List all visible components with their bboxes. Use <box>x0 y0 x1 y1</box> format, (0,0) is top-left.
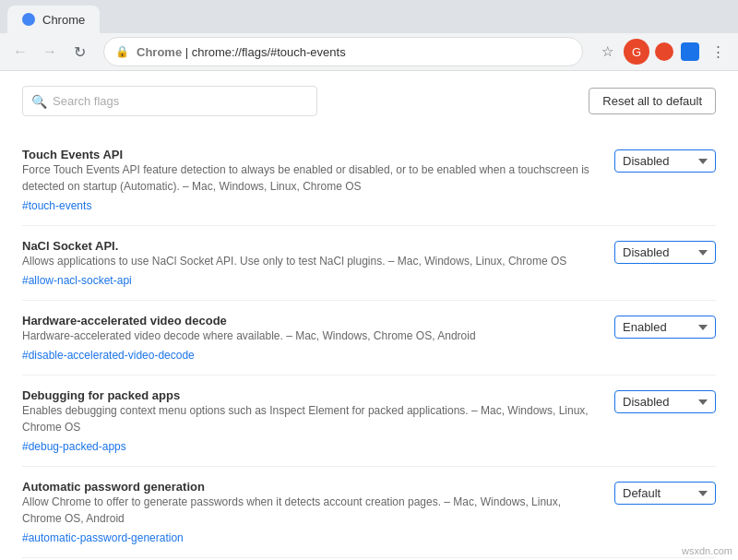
tab-bar: Chrome <box>0 0 738 33</box>
flags-header: 🔍 Reset all to default <box>22 86 716 116</box>
search-input[interactable] <box>22 86 317 116</box>
flag-title: Hardware-accelerated video decode <box>22 314 227 328</box>
flag-control: DefaultDisabledEnabled <box>614 316 716 339</box>
toolbar-right: ☆ G ⋮ <box>594 39 731 65</box>
reload-button[interactable]: ↻ <box>66 39 92 65</box>
flag-info: Touch Events API Force Touch Events API … <box>22 148 596 212</box>
flag-desc: Hardware-accelerated video decode where … <box>22 328 596 344</box>
lock-icon: 🔒 <box>115 45 129 58</box>
flag-control: DefaultDisabledEnabled <box>614 241 716 264</box>
extension2-icon[interactable] <box>681 42 699 61</box>
flag-item: Debugging for packed apps Enables debugg… <box>22 375 716 467</box>
address-text: Chrome | chrome://flags/#touch-events <box>137 45 571 59</box>
flag-control: DefaultDisabledEnabled <box>614 482 716 505</box>
flags-list: Touch Events API Force Touch Events API … <box>22 135 716 560</box>
reset-all-button[interactable]: Reset all to default <box>589 88 716 114</box>
flag-link[interactable]: #disable-accelerated-video-decode <box>22 349 195 362</box>
tab-favicon <box>22 13 35 26</box>
more-button[interactable]: ⋮ <box>705 39 731 65</box>
active-tab[interactable]: Chrome <box>7 6 100 33</box>
back-button[interactable]: ← <box>7 39 33 65</box>
search-icon: 🔍 <box>31 94 47 109</box>
flag-control: DefaultDisabledEnabled <box>614 149 716 173</box>
flag-link[interactable]: #allow-nacl-socket-api <box>22 274 132 287</box>
flag-desc: Allows applications to use NaCl Socket A… <box>22 253 596 269</box>
flag-select[interactable]: DefaultDisabledEnabled <box>614 316 716 339</box>
tab-label: Chrome <box>42 13 85 27</box>
flag-title: NaCl Socket API. <box>22 239 118 253</box>
address-separator: | <box>185 45 192 59</box>
address-bar[interactable]: 🔒 Chrome | chrome://flags/#touch-events <box>103 37 583 66</box>
flag-item: NaCl Socket API. Allows applications to … <box>22 226 716 301</box>
watermark: wsxdn.com <box>682 545 732 556</box>
star-icon[interactable]: ☆ <box>594 39 620 65</box>
page-content: 🔍 Reset all to default Touch Events API … <box>0 71 738 560</box>
flag-select[interactable]: DefaultDisabledEnabled <box>614 482 716 505</box>
flag-info: Hardware-accelerated video decode Hardwa… <box>22 314 596 362</box>
forward-button[interactable]: → <box>37 39 63 65</box>
nav-bar: ← → ↻ 🔒 Chrome | chrome://flags/#touch-e… <box>0 33 738 70</box>
flag-title: Automatic password generation <box>22 480 205 494</box>
flag-select[interactable]: DefaultDisabledEnabled <box>614 390 716 413</box>
flag-info: Debugging for packed apps Enables debugg… <box>22 388 596 453</box>
browser-chrome: Chrome ← → ↻ 🔒 Chrome | chrome://flags/#… <box>0 0 738 71</box>
flag-item: Automatic password generation Allow Chro… <box>22 467 716 558</box>
flag-desc: Enables debugging context menu options s… <box>22 402 596 435</box>
search-container: 🔍 <box>22 86 317 116</box>
flag-info: NaCl Socket API. Allows applications to … <box>22 239 596 287</box>
flag-desc: Force Touch Events API feature detection… <box>22 161 596 195</box>
address-label: Chrome <box>137 45 182 59</box>
flag-link[interactable]: #automatic-password-generation <box>22 531 184 544</box>
flag-link[interactable]: #touch-events <box>22 199 91 212</box>
flag-select[interactable]: DefaultDisabledEnabled <box>614 149 716 173</box>
flag-desc: Allow Chrome to offer to generate passwo… <box>22 494 596 527</box>
address-path: chrome://flags/#touch-events <box>192 45 346 59</box>
flag-title: Debugging for packed apps <box>22 388 180 402</box>
flag-link[interactable]: #debug-packed-apps <box>22 440 126 453</box>
flag-control: DefaultDisabledEnabled <box>614 390 716 413</box>
flag-title: Touch Events API <box>22 148 123 161</box>
flag-info: Automatic password generation Allow Chro… <box>22 480 596 544</box>
avatar-icon[interactable]: G <box>624 39 649 65</box>
extension1-icon[interactable] <box>655 42 673 61</box>
flag-item: Hardware-accelerated video decode Hardwa… <box>22 301 716 375</box>
flag-item: Touch Events API Force Touch Events API … <box>22 135 716 226</box>
flag-select[interactable]: DefaultDisabledEnabled <box>614 241 716 264</box>
